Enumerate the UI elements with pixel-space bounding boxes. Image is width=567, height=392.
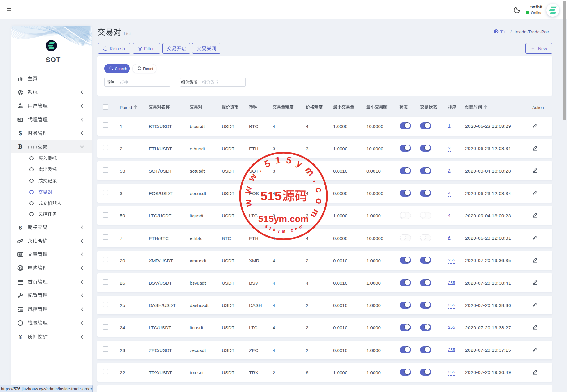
svg-text:$: $ bbox=[19, 130, 22, 136]
svg-text:515ym.com: 515ym.com bbox=[258, 214, 309, 224]
svg-text:B: B bbox=[18, 144, 22, 150]
svg-text:515ym.com: 515ym.com bbox=[264, 223, 305, 234]
svg-text:B: B bbox=[19, 225, 22, 230]
svg-text:¥: ¥ bbox=[19, 334, 22, 340]
svg-text:515: 515 bbox=[260, 189, 281, 203]
